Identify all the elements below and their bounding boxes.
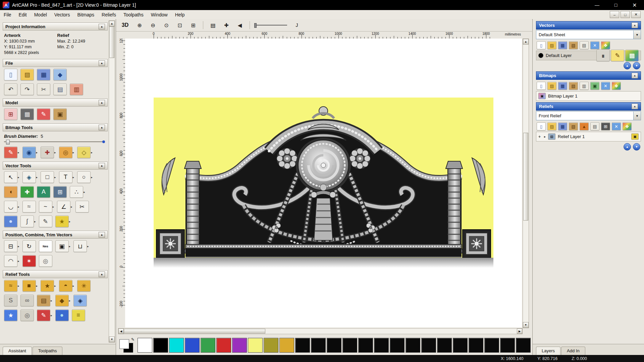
move-layer-down-button[interactable]: ▼ <box>633 62 640 69</box>
paste-along-curve-icon[interactable]: ⊞ <box>53 186 67 198</box>
collapse-button[interactable]: ▲ <box>99 125 105 130</box>
collapse-button[interactable]: ▲ <box>99 100 105 106</box>
star-wizard-icon[interactable]: ★ <box>4 309 17 321</box>
zoom-out-icon[interactable]: ⊖ <box>146 19 160 31</box>
new-bitmap-layer-icon[interactable]: ▯ <box>537 82 546 90</box>
scroll-down-arrow[interactable]: ▼ <box>109 337 115 342</box>
undo-icon[interactable]: ↶ <box>4 83 17 95</box>
colour-swatch-10[interactable] <box>295 338 310 353</box>
fit-arcs-icon[interactable]: ◡▸ <box>4 201 19 213</box>
flyout-arrow-icon[interactable]: ▸ <box>87 245 89 248</box>
tab-toolpaths[interactable]: Toolpaths <box>33 347 63 355</box>
paint-tool-icon[interactable]: ✎▸ <box>4 146 19 158</box>
brush-diameter-slider[interactable] <box>4 139 104 144</box>
menu-file[interactable]: File <box>0 10 15 19</box>
open-relief-file-icon[interactable]: ▨ <box>547 122 556 130</box>
flyout-arrow-icon[interactable]: ▸ <box>91 151 93 154</box>
clip-overlap-icon[interactable]: ✶ <box>22 255 36 267</box>
flyout-arrow-icon[interactable]: ▸ <box>18 205 19 208</box>
relief-selector[interactable]: Front Relief ▼ <box>536 111 641 120</box>
collapse-button[interactable]: ▲ <box>99 232 105 238</box>
cut-icon[interactable]: ✂ <box>37 83 50 95</box>
lock-relief-icon[interactable]: ◈ <box>73 295 87 306</box>
move-layer-down-button[interactable]: ▼ <box>633 143 640 150</box>
redo-icon[interactable]: ↷ <box>20 83 34 95</box>
colour-swatch-21[interactable] <box>469 338 483 353</box>
collapse-button[interactable]: ▲ <box>632 104 638 109</box>
fillet-arcs-icon[interactable]: ◠▸ <box>4 255 19 267</box>
zoom-in-icon[interactable]: ⊕ <box>133 19 146 31</box>
menu-reliefs[interactable]: Reliefs <box>98 10 120 19</box>
create-rectangle-icon[interactable]: □▸ <box>41 171 56 183</box>
delete-bitmap-layer-icon[interactable]: ✕ <box>601 82 610 90</box>
flyout-arrow-icon[interactable]: ▸ <box>73 284 74 288</box>
vector-layer-row[interactable]: Default Layer ∎✎▩ <box>536 51 641 60</box>
flyout-arrow-icon[interactable]: ▸ <box>69 299 71 302</box>
transform-vectors-icon[interactable]: ◈▸ <box>22 171 38 183</box>
scroll-left-arrow[interactable]: ◀ <box>118 328 124 334</box>
colour-swatch-16[interactable] <box>390 338 405 353</box>
delete-vector-layer-icon[interactable]: ✕ <box>590 41 599 49</box>
expand-arrow-icon[interactable]: ▸ <box>544 135 546 138</box>
flyout-arrow-icon[interactable]: ▸ <box>91 176 93 179</box>
lock-layer-icon[interactable]: ∎ <box>596 50 610 61</box>
flyout-arrow-icon[interactable]: ▸ <box>54 151 56 154</box>
layer-options-icon[interactable]: ❖ <box>601 41 610 49</box>
palette-tool-icon[interactable]: ◎▸ <box>59 146 74 158</box>
text-block-icon[interactable]: A <box>37 186 50 198</box>
flyout-arrow-icon[interactable]: ▸ <box>69 220 71 223</box>
flyout-arrow-icon[interactable]: ▸ <box>54 284 56 288</box>
menu-model[interactable]: Model <box>31 10 51 19</box>
colour-swatch-19[interactable] <box>437 338 452 353</box>
collapse-button[interactable]: ▲ <box>99 272 105 277</box>
chevron-down-icon[interactable]: ▼ <box>633 112 641 120</box>
weave-wizard-icon[interactable]: ∞ <box>20 295 34 306</box>
colour-swatch-15[interactable] <box>374 338 389 353</box>
flyout-arrow-icon[interactable]: ▸ <box>18 245 19 248</box>
view-3d-button[interactable]: 3D <box>119 20 131 30</box>
angle-relief-icon[interactable]: ■▸ <box>22 280 38 292</box>
toggle-origin-icon[interactable]: ▤ <box>206 19 220 31</box>
weld-vectors-icon[interactable]: ⊔▸ <box>73 240 89 252</box>
collapse-button[interactable]: ▲ <box>99 24 105 29</box>
create-cylinder-icon[interactable]: ● <box>4 216 17 227</box>
flyout-arrow-icon[interactable]: ▸ <box>36 151 38 154</box>
flyout-arrow-icon[interactable]: ▸ <box>53 205 54 208</box>
zoom-window-icon[interactable]: ⊡ <box>173 19 186 31</box>
relief-clipart-icon[interactable]: ▤▸ <box>37 295 52 306</box>
collapse-button[interactable]: ▲ <box>99 163 105 169</box>
colour-swatch-7[interactable] <box>248 338 263 353</box>
bitmap-layer-row[interactable]: ▣ Bitmap Layer 1 <box>536 92 641 101</box>
colour-swatch-8[interactable] <box>264 338 278 353</box>
tab-assistant[interactable]: Assistant <box>3 347 32 355</box>
colour-swatch-18[interactable] <box>421 338 436 353</box>
colour-swatch-6[interactable] <box>232 338 247 353</box>
model-from-image-icon[interactable]: ▣ <box>53 108 67 120</box>
zoom-previous-icon[interactable]: ⊙ <box>160 19 173 31</box>
import-vectors-icon[interactable]: ▧ <box>569 41 578 49</box>
free-sketch-icon[interactable]: ∫▸ <box>20 216 36 227</box>
bucket-fill-tool-icon[interactable]: ◇▸ <box>77 146 93 158</box>
flyout-arrow-icon[interactable]: ▸ <box>18 176 19 179</box>
new-relief-layer-icon[interactable]: ▯ <box>537 122 546 130</box>
import-relief-icon[interactable]: ▧ <box>569 122 578 130</box>
left-panel-scrollbar[interactable]: ▲ ▼ <box>109 20 115 343</box>
menu-window[interactable]: Window <box>147 10 171 19</box>
copy-sheet-icon[interactable]: ▤ <box>580 41 589 49</box>
flyout-arrow-icon[interactable]: ▸ <box>51 299 52 302</box>
horizontal-scrollbar[interactable]: ◀ ▶ <box>118 328 523 334</box>
flyout-arrow-icon[interactable]: ▸ <box>36 176 38 179</box>
menu-bitmaps[interactable]: Bitmaps <box>74 10 98 19</box>
scroll-right-arrow[interactable]: ▶ <box>517 328 522 334</box>
colour-swatch-13[interactable] <box>342 338 357 353</box>
tab-layers[interactable]: Layers <box>536 347 560 355</box>
simulation-slider-handle[interactable] <box>254 23 257 28</box>
sheet-selector[interactable]: Default Sheet ▼ <box>536 30 641 39</box>
nesting-icon[interactable]: Nes <box>39 240 52 252</box>
bitmap-picture-icon[interactable]: ▣ <box>590 82 599 90</box>
open-vector-file-icon[interactable]: ▨ <box>547 41 556 49</box>
delete-relief-layer-icon[interactable]: ✕ <box>612 122 621 130</box>
rotate-array-icon[interactable]: ↻ <box>22 240 36 252</box>
tab-add-in[interactable]: Add In <box>561 347 585 355</box>
mdi-minimize-button[interactable]: – <box>610 11 619 18</box>
